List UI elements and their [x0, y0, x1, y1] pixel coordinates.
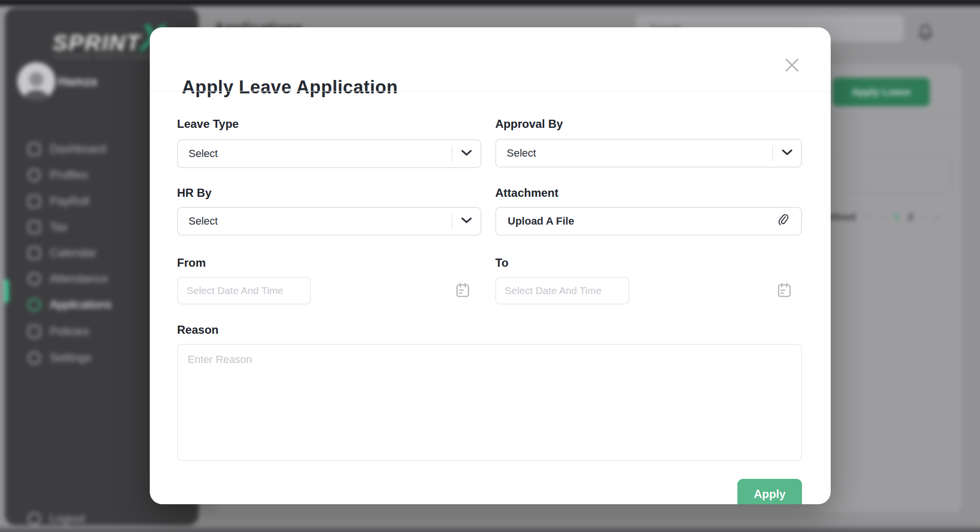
calendar-nav-icon	[28, 247, 41, 260]
dashboard-icon	[28, 143, 41, 156]
reason-label: Reason	[177, 323, 219, 337]
apply-button[interactable]: Apply	[737, 479, 802, 504]
attendance-icon	[28, 272, 41, 285]
avatar	[17, 62, 56, 101]
logout-icon	[28, 512, 41, 525]
sprintx-logo: SPRINT X	[53, 22, 166, 54]
pagination-page-2[interactable]: 2	[908, 212, 913, 223]
pagination-next-icon[interactable]: ›	[922, 211, 925, 223]
person-silhouette-icon	[17, 66, 56, 101]
to-label: To	[495, 256, 509, 270]
logo-tagline: EXPANDING INVENTIVE SOLUTIONS	[54, 54, 159, 59]
leave-type-label: Leave Type	[177, 117, 239, 131]
apply-leave-button[interactable]: Apply Leave	[833, 78, 930, 106]
notification-bell-icon[interactable]	[918, 24, 933, 42]
active-item-indicator	[5, 279, 9, 303]
sidebar-item-label: Logout	[50, 512, 85, 525]
hr-by-select[interactable]: Select	[177, 207, 481, 236]
profiles-icon	[28, 169, 41, 181]
hr-by-value: Select	[189, 215, 218, 227]
reason-textarea[interactable]	[177, 344, 802, 461]
select-divider	[772, 146, 773, 161]
sidebar-item-label: Profiles	[50, 168, 88, 181]
leave-type-value: Select	[189, 147, 218, 160]
from-label: From	[177, 256, 206, 270]
sidebar-item-label: PayRoll	[50, 194, 89, 208]
chevron-down-icon	[781, 148, 793, 158]
pagination-prev-icon[interactable]: ‹	[882, 211, 885, 223]
settings-icon	[28, 351, 41, 364]
header-divider	[150, 91, 831, 91]
pagination-first-icon[interactable]: «	[868, 211, 873, 223]
attachment-label: Attachment	[495, 186, 558, 200]
bottom-edge-strip	[0, 525, 980, 532]
sidebar-item-label: Dashboard	[50, 142, 106, 156]
paperclip-icon	[777, 214, 790, 229]
sidebar-item-label: Calendar	[50, 246, 96, 260]
modal-title: Apply Leave Application	[182, 77, 398, 98]
leave-type-select[interactable]: Select	[177, 139, 481, 168]
sidebar-item-label: Tax	[50, 220, 67, 234]
sidebar-item-label: Attendance	[50, 272, 108, 285]
to-date-input[interactable]	[495, 277, 629, 305]
tax-icon	[28, 221, 41, 234]
pagination-last-icon[interactable]: »	[934, 211, 940, 223]
top-edge-strip	[0, 0, 980, 6]
sidebar-item-label: Settings	[50, 351, 91, 364]
sidebar-item-label: Policies	[50, 325, 89, 338]
pagination-page-1[interactable]: 1	[894, 212, 899, 223]
close-icon[interactable]	[782, 56, 802, 75]
approval-by-label: Approval By	[495, 117, 563, 131]
screen: SPRINT X EXPANDING INVENTIVE SOLUTIONS H…	[0, 0, 980, 532]
sidebar-item-label: Applications	[50, 298, 111, 311]
attachment-value: Upload A File	[508, 215, 574, 227]
approval-by-select[interactable]: Select	[495, 139, 802, 168]
from-date-input[interactable]	[177, 277, 311, 305]
chevron-down-icon	[461, 149, 472, 158]
select-divider	[452, 214, 452, 229]
select-divider	[452, 146, 452, 161]
attachment-upload-field[interactable]: Upload A File	[495, 207, 802, 236]
policies-icon	[28, 325, 41, 338]
user-name: Hamza	[58, 75, 97, 89]
hr-by-label: HR By	[177, 186, 212, 200]
chevron-down-icon	[461, 216, 472, 226]
payroll-icon	[28, 195, 41, 208]
applications-icon	[28, 298, 41, 311]
calendar-icon[interactable]	[778, 283, 791, 300]
logo-text: SPRINT	[53, 31, 141, 54]
approval-by-value: Select	[507, 147, 536, 159]
apply-leave-modal: Apply Leave Application Leave Type Selec…	[150, 27, 831, 504]
calendar-icon[interactable]	[456, 283, 469, 300]
